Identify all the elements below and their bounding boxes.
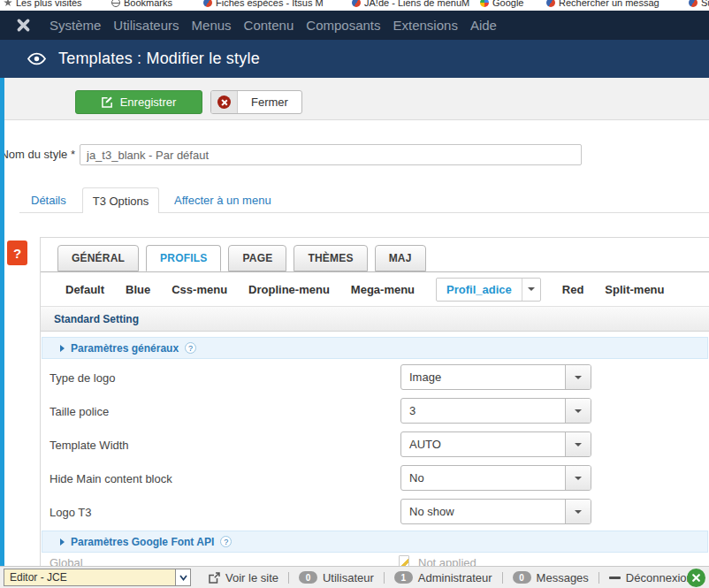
- template-width-select[interactable]: AUTO: [400, 431, 591, 457]
- select-chevron-icon[interactable]: [175, 569, 190, 585]
- menu-aide[interactable]: Aide: [464, 18, 503, 33]
- setting-row-hide-main: Hide Main content block No: [41, 462, 709, 495]
- profile-split-menu[interactable]: Split-menu: [605, 283, 664, 296]
- toolbar: Enregistrer Fermer: [0, 78, 709, 120]
- general-params-label: Paramètres généraux: [71, 342, 179, 355]
- separator: [288, 572, 289, 584]
- select-value: No show: [401, 505, 565, 518]
- star-icon: [4, 0, 12, 7]
- menu-systeme[interactable]: Système: [43, 18, 107, 33]
- favicon-icon: [546, 0, 555, 7]
- style-name-input[interactable]: [80, 144, 582, 165]
- tab-details[interactable]: Détails: [31, 194, 66, 207]
- profile-selected-label: Profil_adice: [437, 283, 522, 296]
- bookmark-rechercher[interactable]: Rechercher un messag: [546, 0, 659, 8]
- messages-count-badge: 0: [513, 571, 531, 584]
- profile-selected-dropdown[interactable]: Profil_adice: [436, 278, 541, 302]
- editor-select-value: Editor - JCE: [10, 571, 67, 584]
- bookmark-sup[interactable]: Sup: [689, 0, 709, 8]
- joomla-version-badge[interactable]: [687, 569, 705, 587]
- setting-label: Template Width: [50, 439, 129, 452]
- triangle-glyph: [528, 287, 535, 291]
- admins-status-link[interactable]: 1 Administrateur: [394, 571, 492, 584]
- bookmark-fiches[interactable]: Fiches espèces - Itsus M: [203, 0, 324, 8]
- profile-dropline-menu[interactable]: Dropline-menu: [248, 283, 330, 296]
- t3-tab-maj[interactable]: MAJ: [375, 245, 426, 271]
- admins-status-label: Administrateur: [418, 571, 492, 584]
- help-button[interactable]: ?: [7, 241, 27, 265]
- triangle-glyph: [575, 376, 582, 379]
- t3-settings-rows: Type de logo Image Taille police 3 Templ…: [41, 361, 709, 529]
- bookmark-google[interactable]: Google: [480, 0, 523, 8]
- select-arrow-icon[interactable]: [565, 399, 591, 423]
- logout-label: Déconnexion: [626, 571, 693, 584]
- tab-assign-menu[interactable]: Affecter à un menu: [174, 194, 271, 207]
- admins-count-badge: 1: [394, 571, 413, 584]
- close-button[interactable]: Fermer: [210, 90, 302, 114]
- select-arrow-icon[interactable]: [565, 432, 591, 456]
- messages-status-label: Messages: [537, 571, 589, 584]
- menu-contenu[interactable]: Contenu: [238, 18, 301, 33]
- page-title: Templates : Modifier le style: [58, 50, 260, 68]
- logo-type-select[interactable]: Image: [400, 364, 591, 390]
- menu-extensions[interactable]: Extensions: [387, 18, 464, 33]
- t3-tab-general[interactable]: GÉNÉRAL: [57, 245, 139, 271]
- select-arrow-icon[interactable]: [565, 466, 591, 490]
- general-params-toggle[interactable]: Paramètres généraux ?: [42, 337, 708, 359]
- t3-tab-strip: GÉNÉRAL PROFILS PAGE THÈMES MAJ: [41, 245, 709, 272]
- close-icon-wrap: [211, 91, 238, 113]
- chevron-down-icon[interactable]: [522, 279, 540, 301]
- setting-label: Taille police: [50, 405, 109, 418]
- bookmark-label: Les plus visités: [16, 0, 82, 8]
- select-arrow-icon[interactable]: [565, 500, 591, 523]
- google-icon: [480, 0, 489, 7]
- bookmark-bookmarks[interactable]: Bookmarks: [111, 0, 172, 8]
- separator: [598, 572, 599, 584]
- menu-composants[interactable]: Composants: [300, 18, 386, 33]
- question-badge-icon[interactable]: ?: [220, 536, 232, 547]
- menu-utilisateurs[interactable]: Utilisateurs: [107, 18, 185, 33]
- browser-bookmarks-bar: Les plus visités Bookmarks Fiches espèce…: [0, 0, 709, 11]
- font-size-select[interactable]: 3: [400, 398, 591, 424]
- hide-main-select[interactable]: No: [400, 465, 591, 491]
- close-icon: [217, 95, 231, 109]
- select-arrow-icon[interactable]: [565, 365, 591, 389]
- messages-status-link[interactable]: 0 Messages: [513, 571, 589, 584]
- question-badge-icon[interactable]: ?: [185, 342, 196, 354]
- profile-blue[interactable]: Blue: [126, 283, 150, 296]
- profile-red[interactable]: Red: [562, 283, 584, 296]
- profile-css-menu[interactable]: Css-menu: [172, 283, 227, 296]
- joomla-logo-icon[interactable]: [16, 18, 31, 33]
- editor-select[interactable]: Editor - JCE: [4, 569, 191, 586]
- style-name-label-text: Nom du style: [0, 148, 67, 161]
- users-status-label: Utilisateur: [323, 571, 374, 584]
- external-link-icon: [209, 572, 220, 584]
- logout-dash-icon: [609, 577, 621, 579]
- users-status-link[interactable]: 0 Utilisateur: [299, 571, 374, 584]
- bookmark-most-visited[interactable]: Les plus visités: [4, 0, 82, 8]
- logo-t3-select[interactable]: No show: [400, 499, 591, 524]
- bookmark-jaide[interactable]: JA!de - Liens de menuM: [352, 0, 469, 8]
- select-value: No: [401, 471, 565, 485]
- setting-row-logo-type: Type de logo Image: [41, 361, 709, 394]
- t3-tab-themes[interactable]: THÈMES: [294, 245, 367, 271]
- t3-tab-page[interactable]: PAGE: [228, 245, 286, 271]
- tab-t3-options[interactable]: T3 Options: [82, 187, 159, 213]
- triangle-glyph: [575, 443, 582, 447]
- triangle-glyph: [575, 477, 582, 480]
- profile-mega-menu[interactable]: Mega-menu: [351, 283, 415, 296]
- bookmark-label: Fiches espèces - Itsus M: [216, 0, 324, 8]
- menu-menus[interactable]: Menus: [186, 18, 238, 33]
- save-icon: [102, 96, 113, 108]
- save-button-label: Enregistrer: [120, 95, 177, 109]
- required-mark: *: [71, 148, 75, 161]
- profile-default[interactable]: Default: [65, 283, 104, 296]
- view-site-link[interactable]: Voir le site: [209, 571, 278, 584]
- logout-link[interactable]: Déconnexion: [609, 571, 693, 584]
- t3-tab-profils[interactable]: PROFILS: [146, 245, 221, 271]
- collapse-arrow-icon: [60, 538, 65, 546]
- page-title-bar: Templates : Modifier le style: [0, 40, 709, 78]
- users-count-badge: 0: [299, 571, 317, 584]
- save-button[interactable]: Enregistrer: [75, 90, 202, 114]
- google-font-params-toggle[interactable]: Paramètres Google Font API ?: [42, 531, 708, 553]
